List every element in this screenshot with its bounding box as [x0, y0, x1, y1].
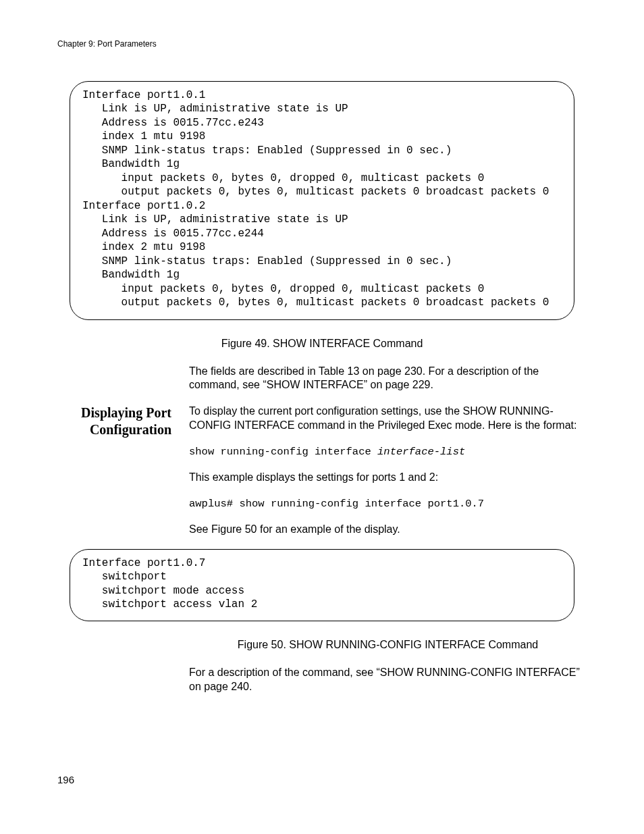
body-paragraph-2: For a description of the command, see “S… [189, 666, 587, 694]
cmd-argument: interface-list [377, 446, 465, 458]
running-header: Chapter 9: Port Parameters [57, 39, 587, 49]
figure-50-caption: Figure 50. SHOW RUNNING-CONFIG INTERFACE… [189, 639, 587, 651]
paragraph-see-figure: See Figure 50 for an example of the disp… [189, 523, 587, 537]
cmd-prefix: show running-config interface [189, 446, 377, 458]
page-number: 196 [57, 774, 74, 785]
command-example: awplus# show running-config interface po… [189, 497, 587, 511]
code-block-show-interface: Interface port1.0.1 Link is UP, administ… [70, 81, 574, 320]
code-block-running-config: Interface port1.0.7 switchport switchpor… [70, 549, 574, 622]
paragraph-intro: To display the current port configuratio… [189, 405, 587, 433]
paragraph-fields-described: The fields are described in Table 13 on … [189, 365, 587, 393]
section-heading: Displaying Port Configuration [57, 405, 189, 438]
body-paragraph: The fields are described in Table 13 on … [189, 365, 587, 393]
command-format: show running-config interface interface-… [189, 445, 587, 459]
section-body: To display the current port configuratio… [189, 405, 587, 548]
paragraph-example-intro: This example displays the settings for p… [189, 471, 587, 485]
section-displaying-port-config: Displaying Port Configuration To display… [57, 405, 587, 548]
paragraph-description-ref: For a description of the command, see “S… [189, 666, 587, 694]
page: Chapter 9: Port Parameters Interface por… [0, 0, 644, 834]
figure-49-caption: Figure 49. SHOW INTERFACE Command [57, 338, 587, 350]
